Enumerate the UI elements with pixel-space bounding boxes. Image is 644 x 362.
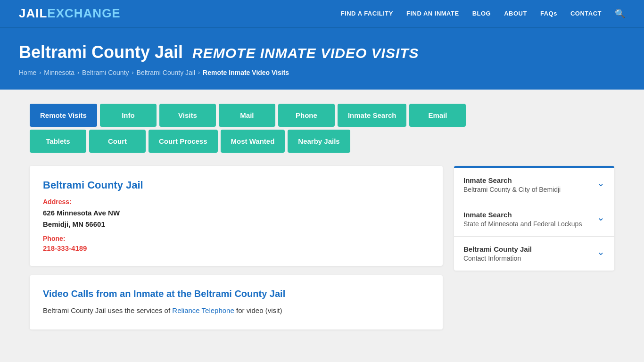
tab-visits[interactable]: Visits xyxy=(159,104,216,127)
breadcrumb: Home › Minnesota › Beltrami County › Bel… xyxy=(19,69,625,76)
content-area: Remote Visits Info Visits Mail Phone Inm… xyxy=(16,90,628,344)
sidebar-item-3-title: Beltrami County Jail xyxy=(463,245,592,253)
main-layout: Beltrami County Jail Address: 626 Minnes… xyxy=(30,166,614,329)
logo[interactable]: JAILEXCHANGE xyxy=(19,6,121,21)
breadcrumb-beltrami-jail[interactable]: Beltrami County Jail xyxy=(137,69,196,76)
sidebar-item-contact-info[interactable]: Beltrami County Jail Contact Information… xyxy=(454,237,614,271)
tab-info[interactable]: Info xyxy=(100,104,157,127)
video-body: Beltrami County Jail uses the services o… xyxy=(43,305,429,316)
jail-info-card: Beltrami County Jail Address: 626 Minnes… xyxy=(30,166,443,266)
tab-tablets[interactable]: Tablets xyxy=(30,130,86,153)
reliance-telephone-link[interactable]: Reliance Telephone xyxy=(172,306,234,314)
nav-contact[interactable]: CONTACT xyxy=(570,10,602,17)
nav-find-inmate[interactable]: FIND AN INMATE xyxy=(406,10,459,17)
tab-phone[interactable]: Phone xyxy=(278,104,335,127)
jail-title: Beltrami County Jail xyxy=(43,179,429,191)
breadcrumb-minnesota[interactable]: Minnesota xyxy=(44,69,74,76)
breadcrumb-current: Remote Inmate Video Visits xyxy=(203,69,289,76)
page-title: Beltrami County Jail REMOTE INMATE VIDEO… xyxy=(19,42,625,62)
tab-court-process[interactable]: Court Process xyxy=(149,130,218,153)
sidebar-item-1-subtitle: Beltrami County & City of Bemidji xyxy=(463,186,592,193)
breadcrumb-beltrami-county[interactable]: Beltrami County xyxy=(82,69,129,76)
phone-label: Phone: xyxy=(43,235,429,242)
page-title-italic: REMOTE INMATE VIDEO VISITS xyxy=(192,45,419,61)
chevron-down-icon: ⌄ xyxy=(597,177,605,189)
page-title-main: Beltrami County Jail xyxy=(19,42,183,62)
hero-banner: Beltrami County Jail REMOTE INMATE VIDEO… xyxy=(0,28,644,90)
tab-most-wanted[interactable]: Most Wanted xyxy=(221,130,285,153)
tab-court[interactable]: Court xyxy=(89,130,146,153)
nav-about[interactable]: ABOUT xyxy=(504,10,527,17)
chevron-down-icon-2: ⌄ xyxy=(597,212,605,223)
tabs-row-1: Remote Visits Info Visits Mail Phone Inm… xyxy=(30,104,614,127)
search-icon[interactable]: 🔍 xyxy=(615,8,625,19)
address-line2: Bemidji, MN 56601 xyxy=(43,220,105,228)
nav-find-facility[interactable]: FIND A FACILITY xyxy=(341,10,393,17)
tabs-row-2: Tablets Court Court Process Most Wanted … xyxy=(30,130,614,153)
nav-blog[interactable]: BLOG xyxy=(472,10,491,17)
tab-inmate-search[interactable]: Inmate Search xyxy=(338,104,407,127)
video-title: Video Calls from an Inmate at the Beltra… xyxy=(43,288,429,299)
video-calls-card: Video Calls from an Inmate at the Beltra… xyxy=(30,275,443,329)
phone-link[interactable]: 218-333-4189 xyxy=(43,244,87,252)
tab-mail[interactable]: Mail xyxy=(219,104,275,127)
header: JAILEXCHANGE FIND A FACILITY FIND AN INM… xyxy=(0,0,644,28)
sidebar-item-2-title: Inmate Search xyxy=(463,211,592,219)
address: 626 Minnesota Ave NW Bemidji, MN 56601 xyxy=(43,207,429,230)
sidebar-item-inmate-search-2[interactable]: Inmate Search State of Minnesota and Fed… xyxy=(454,202,614,237)
chevron-down-icon-3: ⌄ xyxy=(597,246,605,257)
main-nav: FIND A FACILITY FIND AN INMATE BLOG ABOU… xyxy=(341,8,625,19)
breadcrumb-home[interactable]: Home xyxy=(19,69,36,76)
nav-faqs[interactable]: FAQs xyxy=(540,10,557,17)
sidebar-item-1-title: Inmate Search xyxy=(463,176,592,184)
logo-jail: JAIL xyxy=(19,6,47,20)
tab-remote-visits[interactable]: Remote Visits xyxy=(30,104,97,127)
tab-nearby-jails[interactable]: Nearby Jails xyxy=(288,130,350,153)
tabs-container: Remote Visits Info Visits Mail Phone Inm… xyxy=(30,104,614,153)
tab-email[interactable]: Email xyxy=(409,104,466,127)
sidebar-item-2-subtitle: State of Minnesota and Federal Lockups xyxy=(463,220,592,228)
address-label: Address: xyxy=(43,198,429,206)
logo-exchange: EXCHANGE xyxy=(47,6,120,20)
sidebar-item-inmate-search-1[interactable]: Inmate Search Beltrami County & City of … xyxy=(454,168,614,202)
address-line1: 626 Minnesota Ave NW xyxy=(43,209,120,217)
right-sidebar: Inmate Search Beltrami County & City of … xyxy=(454,166,614,271)
sidebar-item-3-subtitle: Contact Information xyxy=(463,255,592,262)
left-panel: Beltrami County Jail Address: 626 Minnes… xyxy=(30,166,443,329)
